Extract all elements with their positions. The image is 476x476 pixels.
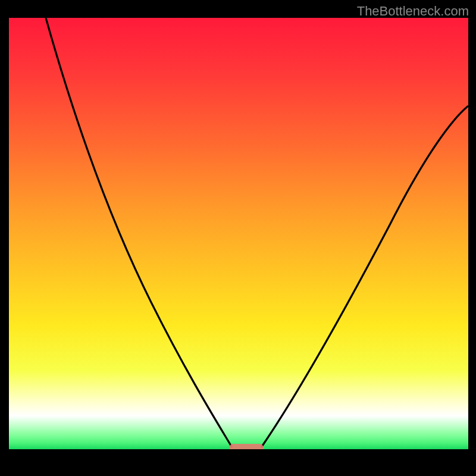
watermark-text: TheBottleneck.com (357, 4, 469, 19)
gradient-background (9, 18, 468, 470)
baseline-black-strip (9, 449, 468, 470)
chart-frame (9, 18, 468, 470)
